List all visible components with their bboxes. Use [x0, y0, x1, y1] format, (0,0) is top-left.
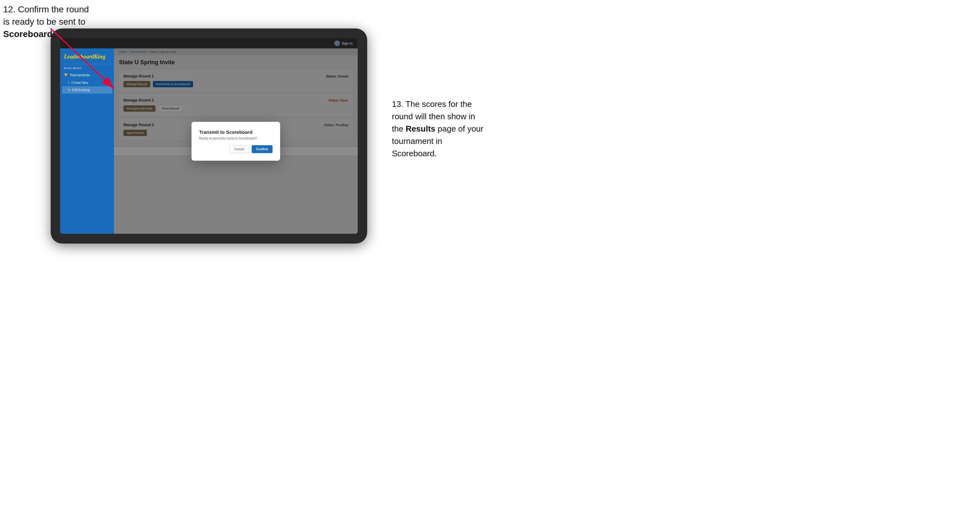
modal-backdrop: Transmit to Scoreboard Ready to send thi…	[114, 48, 358, 234]
sign-in-label[interactable]: Sign In	[342, 41, 353, 45]
instruction-line1: 12. Confirm the round	[3, 5, 89, 14]
page-content: Home › Tournaments › State U Spring Invi…	[114, 48, 358, 234]
sidebar-item-edit-existing[interactable]: ✎ Edit Existing	[62, 86, 112, 94]
logo-area: LeaderboardKing	[60, 51, 114, 64]
instruction-line2: is ready to be sent to	[3, 17, 86, 27]
plus-icon: +	[68, 81, 70, 84]
modal-title: Transmit to Scoreboard	[199, 129, 272, 135]
modal-dialog: Transmit to Scoreboard Ready to send thi…	[191, 122, 280, 161]
edit-icon: ✎	[68, 88, 70, 92]
logo-part2: aderboard	[70, 54, 94, 60]
modal-body: Ready to send this round to Scoreboard?	[199, 137, 272, 140]
modal-actions: Cancel Confirm	[199, 145, 272, 153]
instruction-line3: Scoreboard.	[3, 29, 55, 39]
sidebar-item-tournaments[interactable]: 🏆 Tournaments	[60, 71, 114, 79]
instruction-bottom: 13. The scores for the round will then s…	[392, 98, 487, 160]
instruction-bottom-bold: Results	[406, 124, 435, 133]
edit-existing-label: Edit Existing	[72, 88, 89, 92]
main-menu-label: MAIN MENU	[60, 64, 114, 71]
top-bar: 👤 Sign In	[60, 38, 358, 48]
sidebar-item-create-new[interactable]: + Create New	[60, 79, 114, 86]
trophy-icon: 🏆	[64, 73, 68, 77]
sidebar-tournaments-label: Tournaments	[70, 73, 90, 77]
cancel-button[interactable]: Cancel	[230, 145, 249, 153]
main-content: LeaderboardKing MAIN MENU 🏆 Tournaments …	[60, 48, 358, 234]
logo-part1: Le	[64, 54, 70, 60]
logo: LeaderboardKing	[64, 54, 110, 60]
avatar: 👤	[334, 40, 340, 46]
instruction-top: 12. Confirm the round is ready to be sen…	[3, 3, 89, 40]
tablet-screen: 👤 Sign In LeaderboardKing MAIN MENU 🏆 To…	[60, 38, 358, 234]
logo-part3: King	[94, 54, 105, 60]
create-new-label: Create New	[72, 81, 88, 84]
tablet-frame: 👤 Sign In LeaderboardKing MAIN MENU 🏆 To…	[51, 29, 367, 244]
top-bar-user: 👤 Sign In	[334, 40, 353, 46]
sidebar: LeaderboardKing MAIN MENU 🏆 Tournaments …	[60, 48, 114, 234]
confirm-button[interactable]: Confirm	[251, 145, 272, 153]
